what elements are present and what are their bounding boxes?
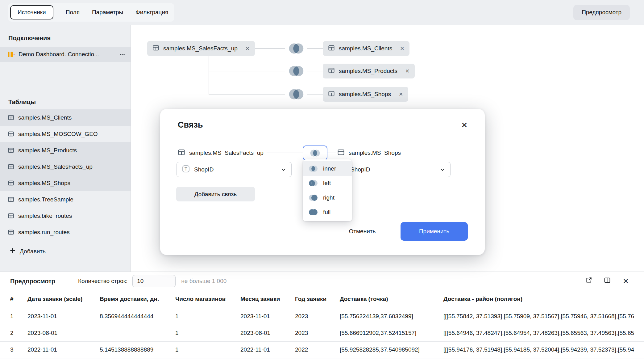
table-cell: 1 [0,308,17,325]
ellipsis-menu-icon[interactable] [119,51,126,58]
add-relation-button[interactable]: Добавить связь [176,187,255,201]
tab-parameters[interactable]: Параметры [92,9,123,16]
join-type-selector[interactable] [303,146,327,160]
modal-close-button[interactable]: ✕ [458,118,471,132]
expand-preview-button[interactable] [583,275,595,287]
connection-item[interactable]: Demo Dashboard. Connectio... [0,47,131,62]
sidebar-table-item[interactable]: samples.TreeSample [0,191,131,208]
canvas-table-node[interactable]: samples.MS_SalesFacts_up ✕ [147,41,255,56]
sidebar-table-item[interactable]: samples.MS_Products [0,142,131,158]
table-cell: [[[55.75842, 37.51393],[55.75909, 37.515… [433,308,644,325]
join-icon-inner[interactable] [285,64,307,78]
tab-fields[interactable]: Поля [66,9,80,16]
plus-icon [10,247,16,255]
table-icon [328,44,335,53]
table-name: samples.bike_routes [18,213,72,219]
left-field-select[interactable]: T ShopID [177,162,292,177]
connection-name: Demo Dashboard. Connectio... [19,51,115,58]
table-name: samples.MS_Shops [349,150,401,156]
remove-table-icon[interactable]: ✕ [245,45,250,52]
cancel-button[interactable]: Отменить [338,222,387,241]
sidebar-table-item[interactable]: samples.run_routes [0,224,131,240]
table-icon [8,213,14,219]
split-view-button[interactable] [601,275,613,287]
right-join-icon [308,194,319,201]
chevron-down-icon [281,167,286,172]
sidebar-table-item[interactable]: samples.MS_MOSCOW_GEO [0,126,131,142]
add-table-button[interactable]: Добавить [8,247,48,255]
sidebar-table-item[interactable]: samples.MS_Shops [0,175,131,191]
column-header: Дата заявки (scale) [17,290,89,308]
preview-title: Предпросмотр [10,278,55,285]
table-cell [89,325,165,341]
table-name: samples.MS_Clients [18,114,72,121]
table-name: samples.TreeSample [18,196,73,203]
canvas-table-node[interactable]: samples.MS_Clients✕ [323,41,409,56]
join-option-inner[interactable]: inner [303,161,352,176]
table-cell: 2 [0,325,17,341]
join-option-left[interactable]: left [303,176,352,190]
table-cell: [[[55.64946, 37.48247],[55.64954, 37.482… [433,325,644,341]
joins-canvas: samples.MS_SalesFacts_up ✕ samples.MS_Cl… [131,25,644,272]
table-cell: [55.925828285,37.540985092] [330,341,433,358]
table-icon [328,67,335,75]
table-cell: [[[55.94176, 37.51948],[55.94185, 37.520… [433,341,644,358]
join-option-full[interactable]: full [303,205,352,219]
row-count-label: Количество строк: [78,278,127,285]
table-name: samples.MS_SalesFacts_up [18,163,93,170]
join-option-right[interactable]: right [303,190,352,205]
table-icon [337,149,345,158]
preview-header: Предпросмотр Количество строк: не больше… [0,272,644,290]
remove-table-icon[interactable]: ✕ [405,68,409,74]
join-icon-inner[interactable] [285,87,307,102]
sidebar-table-item[interactable]: samples.MS_SalesFacts_up [0,158,131,175]
close-preview-button[interactable]: ✕ [620,275,632,287]
column-header: Месяц заявки [230,290,285,308]
sidebar-table-item[interactable]: samples.bike_routes [0,208,131,224]
connections-section-title: Подключения [0,35,131,42]
table-cell: 2023 [285,308,330,325]
remove-table-icon[interactable]: ✕ [400,45,404,52]
table-cell: 3 [0,341,17,358]
apply-button[interactable]: Применить [401,222,468,241]
table-cell: [55.756224139,37.6032499] [330,308,433,325]
join-type-dropdown: inner left right full [303,159,352,221]
table-cell: 1 [165,308,230,325]
table-cell: 2022-11-01 [17,341,89,358]
table-name: samples.MS_Shops [18,180,70,187]
tab-sources[interactable]: Источники [10,5,53,19]
table-cell: 1 [165,325,230,341]
table-cell: 8.356944444444444 [89,308,165,325]
table-cell: 2022-11-01 [230,341,285,358]
select-value: ShopID [194,166,214,173]
table-cell: 2023-11-01 [17,308,89,325]
table-icon [8,131,14,137]
relation-right-table: samples.MS_Shops [337,146,401,160]
svg-text:T: T [185,166,187,171]
sidebar: Подключения Demo Dashboard. Connectio...… [0,25,131,272]
canvas-table-node[interactable]: samples.MS_Shops✕ [323,87,408,102]
topbar: ИсточникиПоляПараметрыФильтрация Предпро… [0,0,644,25]
table-header-row: #Дата заявки (scale)Время доставки, дн.Ч… [0,290,644,308]
canvas-table-node[interactable]: samples.MS_Products✕ [323,64,415,78]
row-count-input[interactable] [132,275,176,287]
tab-filtering[interactable]: Фильтрация [135,9,168,16]
table-name: samples.MS_MOSCOW_GEO [18,131,98,137]
preview-toggle-button[interactable]: Предпросмотр [573,5,630,20]
table-name: samples.MS_Products [18,147,77,154]
table-row: 22023-08-0112023-08-012023[55.666912902,… [0,325,644,341]
join-icon-inner[interactable] [285,41,307,56]
table-cell: 2023 [285,325,330,341]
table-row: 32022-11-015.14513888888888912022-11-012… [0,341,644,358]
table-name: samples.MS_Shops [339,91,391,98]
string-type-icon: T [182,165,190,175]
table-cell: 1 [165,341,230,358]
inner-join-icon [308,165,319,172]
remove-table-icon[interactable]: ✕ [399,91,403,98]
sidebar-table-item[interactable]: samples.MS_Clients [0,109,131,126]
chevron-down-icon [440,167,445,172]
table-cell: 2023-11-01 [230,308,285,325]
table-icon [8,114,14,121]
tables-list: samples.MS_Clients samples.MS_MOSCOW_GEO… [0,109,131,240]
join-option-label: right [323,194,334,201]
